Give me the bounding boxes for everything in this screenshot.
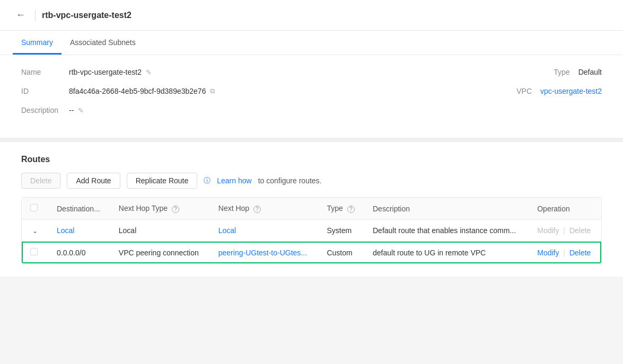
row1-op-divider: | [563,226,565,235]
info-section: Name rtb-vpc-usergate-test2 ✎ Type Defau… [0,55,623,142]
col-type: Type ? [318,198,364,220]
tab-associated-subnets[interactable]: Associated Subnets [62,31,144,55]
row2-description: default route to UG in remote VPC [364,242,529,264]
row2-type: Custom [318,242,364,264]
vpc-value[interactable]: vpc-usergate-test2 [540,87,602,95]
row1-description: Default route that enables instance comm… [364,220,529,242]
id-field: ID 8fa4c46a-2668-4eb5-9bcf-9d389e3b2e76 … [21,87,301,95]
description-label: Description [21,106,69,114]
id-copy-icon[interactable]: ⧉ [210,87,215,95]
col-next-hop-type: Next Hop Type ? [110,198,210,220]
name-label: Name [21,68,69,76]
row2-next-hop: peering-UGtest-to-UGtes... [210,242,319,264]
header-divider [35,10,36,21]
next-hop-help-icon[interactable]: ? [253,206,261,213]
row1-expand-button[interactable]: ⌄ [30,227,40,235]
row1-delete-button[interactable]: Delete [569,226,591,235]
vpc-label: VPC [516,87,532,95]
name-value: rtb-vpc-usergate-test2 ✎ [69,68,152,76]
row2-checkbox[interactable] [30,248,38,255]
col-next-hop: Next Hop ? [210,198,319,220]
learn-suffix: to configure routes. [258,176,322,185]
back-button[interactable]: ← [13,8,29,22]
routes-title: Routes [21,155,602,164]
back-icon: ← [16,10,25,21]
replicate-route-button[interactable]: Replicate Route [127,173,198,189]
name-edit-icon[interactable]: ✎ [146,68,152,76]
description-field: Description -- ✎ [21,106,602,114]
info-row-description: Description -- ✎ [21,106,602,114]
learn-info-icon: ⓘ [204,176,210,185]
row1-destination: Local [48,220,110,242]
row2-delete-button[interactable]: Delete [569,248,591,257]
description-value: -- ✎ [69,106,84,114]
id-label: ID [21,87,69,95]
row2-operations: Modify | Delete [529,242,601,264]
type-help-icon[interactable]: ? [347,206,355,213]
routes-toolbar: Delete Add Route Replicate Route ⓘ Learn… [21,173,602,189]
tab-summary[interactable]: Summary [13,31,62,55]
routes-section: Routes Delete Add Route Replicate Route … [0,142,623,277]
add-route-button[interactable]: Add Route [67,173,120,189]
row2-next-hop-type: VPC peering connection [110,242,210,264]
row2-modify-button[interactable]: Modify [537,248,559,257]
description-edit-icon[interactable]: ✎ [78,106,84,114]
col-checkbox [22,198,48,220]
type-label: Type [554,68,569,76]
row1-expand-cell: ⌄ [22,220,48,242]
row1-next-hop: Local [210,220,319,242]
row2-destination: 0.0.0.0/0 [48,242,110,264]
main-content: Name rtb-vpc-usergate-test2 ✎ Type Defau… [0,55,623,277]
learn-how-link[interactable]: Learn how [217,176,251,185]
row2-op-divider: | [563,248,565,257]
header-checkbox[interactable] [30,204,38,211]
row1-next-hop-type: Local [110,220,210,242]
page-title: rtb-vpc-usergate-test2 [42,11,131,20]
col-destination: Destination... [48,198,110,220]
page-header: ← rtb-vpc-usergate-test2 [0,0,623,31]
row1-operations: Modify | Delete [529,220,601,242]
row1-type: System [318,220,364,242]
id-value: 8fa4c46a-2668-4eb5-9bcf-9d389e3b2e76 ⧉ [69,87,215,95]
table-header-row: Destination... Next Hop Type ? Next Hop … [22,198,601,220]
col-operation: Operation [529,198,601,220]
type-value: Default [578,68,602,76]
table-row: ⌄ Local Local Local System Default route… [22,220,601,242]
row1-modify-button[interactable]: Modify [537,226,559,235]
next-hop-type-help-icon[interactable]: ? [172,206,179,213]
name-field: Name rtb-vpc-usergate-test2 ✎ [21,68,301,76]
row2-checkbox-cell [22,242,48,264]
routes-table-container: Destination... Next Hop Type ? Next Hop … [21,197,602,264]
vpc-field: VPC vpc-usergate-test2 [322,87,602,95]
type-field: Type Default [322,68,602,76]
tab-bar: Summary Associated Subnets [0,31,623,55]
info-row-name-type: Name rtb-vpc-usergate-test2 ✎ Type Defau… [21,68,602,76]
table-row: 0.0.0.0/0 VPC peering connection peering… [22,242,601,264]
info-row-id-vpc: ID 8fa4c46a-2668-4eb5-9bcf-9d389e3b2e76 … [21,87,602,95]
delete-button[interactable]: Delete [21,173,60,189]
row2-peering-link[interactable]: peering-UGtest-to-UGtes... [218,248,307,257]
col-description: Description [364,198,529,220]
routes-table: Destination... Next Hop Type ? Next Hop … [22,198,601,263]
